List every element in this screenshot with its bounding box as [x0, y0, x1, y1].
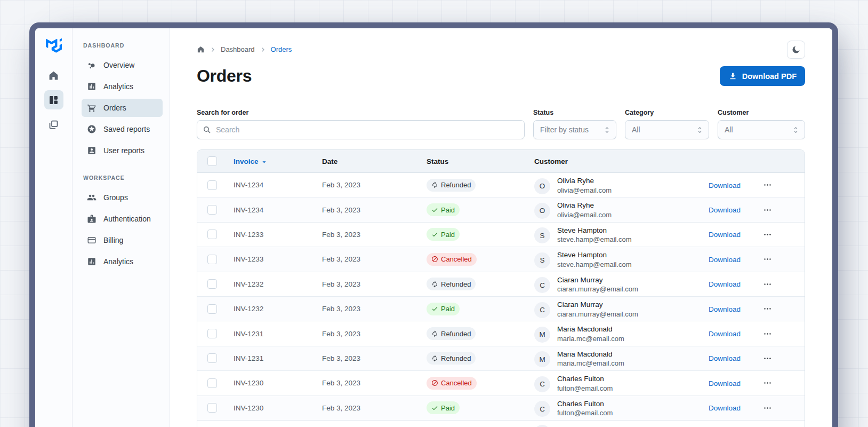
row-checkbox[interactable] [207, 180, 217, 190]
customer-cell: OOlivia Ryheolivia@email.com [526, 176, 702, 195]
download-pdf-button[interactable]: Download PDF [720, 66, 805, 86]
topbar: DashboardOrders [197, 41, 805, 59]
bubble-chart-icon [87, 60, 97, 70]
table-row: INV-1232Feb 3, 2023PaidCCiaran Murraycia… [197, 297, 805, 321]
download-link[interactable]: Download [702, 330, 741, 338]
sidebar-item-analytics[interactable]: Analytics [82, 77, 163, 96]
date-cell: Feb 3, 2023 [316, 354, 420, 362]
dots-icon [763, 230, 772, 239]
row-checkbox[interactable] [207, 230, 217, 239]
download-link[interactable]: Download [702, 181, 741, 189]
row-menu-button[interactable] [756, 378, 772, 388]
sidebar-item-label: Analytics [103, 82, 133, 91]
download-link[interactable]: Download [702, 305, 741, 313]
column-header-status: Status [420, 157, 526, 165]
avatar: S [534, 252, 550, 268]
column-header-date: Date [316, 157, 420, 165]
rail-item-home[interactable] [44, 66, 63, 85]
status-chip: Refunded [427, 179, 476, 192]
date-cell: Feb 3, 2023 [316, 305, 420, 313]
row-checkbox[interactable] [207, 353, 217, 363]
filters-row: Search for order StatusFilter by statusC… [197, 109, 805, 139]
status-chip: Refunded [427, 278, 476, 290]
app-window: DASHBOARDOverviewAnalyticsOrdersSaved re… [29, 22, 838, 427]
status-chip: Refunded [427, 327, 476, 340]
sidebar-item-label: Overview [103, 61, 134, 69]
sidebar-item-saved-reports[interactable]: Saved reports [82, 120, 163, 138]
row-menu-button[interactable] [756, 255, 772, 264]
sidebar-section-label: WORKSPACE [82, 175, 163, 181]
sidebar: DASHBOARDOverviewAnalyticsOrdersSaved re… [73, 28, 170, 427]
select-value: All [632, 125, 640, 134]
customer-cell: CCharles Fultonfulton@email.com [526, 399, 702, 418]
row-checkbox[interactable] [207, 255, 217, 264]
status-chip: Cancelled [427, 377, 477, 390]
download-link[interactable]: Download [702, 404, 741, 412]
sidebar-item-orders[interactable]: Orders [82, 99, 163, 117]
row-menu-button[interactable] [756, 304, 772, 313]
download-link[interactable]: Download [702, 256, 741, 264]
customer-email: olivia@email.com [557, 186, 612, 195]
row-checkbox[interactable] [207, 205, 217, 215]
unfold-icon [792, 126, 800, 134]
row-checkbox[interactable] [207, 403, 217, 413]
sidebar-item-user-reports[interactable]: User reports [82, 141, 163, 160]
customer-cell [526, 424, 702, 427]
search-label: Search for order [197, 109, 525, 116]
customer-email: steve.hamp@email.com [557, 260, 632, 270]
select-value: All [725, 125, 733, 134]
rail-item-dashboard[interactable] [44, 90, 63, 109]
search-input[interactable] [197, 120, 525, 139]
sidebar-item-authentication[interactable]: Authentication [82, 210, 163, 228]
download-link[interactable]: Download [702, 379, 741, 388]
status-select[interactable]: Filter by status [533, 120, 616, 139]
download-link[interactable]: Download [702, 280, 741, 288]
row-menu-button[interactable] [756, 329, 772, 338]
scrollbar-grip[interactable] [835, 34, 837, 43]
sidebar-item-groups[interactable]: Groups [82, 188, 163, 207]
customer-cell: CCharles Fultonfulton@email.com [526, 374, 702, 393]
customer-name: Steve Hampton [557, 226, 632, 235]
customer-name: Maria Macdonald [557, 350, 624, 359]
category-select[interactable]: All [625, 120, 709, 139]
sidebar-item-billing[interactable]: Billing [82, 231, 163, 249]
cart-icon [87, 103, 97, 113]
date-cell: Feb 3, 2023 [316, 404, 420, 412]
download-link[interactable]: Download [702, 206, 741, 214]
date-cell: Feb 3, 2023 [316, 330, 420, 338]
avatar: C [534, 302, 550, 318]
theme-toggle-button[interactable] [787, 41, 805, 59]
row-menu-button[interactable] [756, 205, 772, 215]
row-menu-button[interactable] [756, 180, 772, 189]
customer-name: Charles Fulton [557, 374, 613, 384]
customer-cell: MMaria Macdonaldmaria.mc@email.com [526, 350, 702, 368]
row-checkbox[interactable] [207, 378, 217, 388]
filter-label: Status [533, 109, 616, 116]
sidebar-item-overview[interactable]: Overview [82, 56, 163, 74]
dots-icon [763, 255, 772, 264]
customer-email: maria.mc@email.com [557, 334, 624, 344]
status-cell: Refunded [420, 327, 526, 340]
row-menu-button[interactable] [756, 230, 772, 239]
status-chip: Paid [427, 401, 460, 414]
row-menu-button[interactable] [756, 404, 772, 413]
customer-email: olivia@email.com [557, 210, 612, 220]
breadcrumb-item[interactable]: Dashboard [221, 45, 255, 53]
row-menu-button[interactable] [756, 280, 772, 289]
row-checkbox[interactable] [207, 279, 217, 289]
select-all-checkbox[interactable] [207, 156, 217, 166]
sidebar-item-label: Authentication [103, 215, 151, 223]
home-small-icon[interactable] [197, 45, 205, 53]
page-title: Orders [197, 66, 252, 86]
customer-select[interactable]: All [718, 120, 805, 139]
download-link[interactable]: Download [702, 231, 741, 239]
sidebar-item-analytics[interactable]: Analytics [82, 252, 163, 271]
row-menu-button[interactable] [756, 354, 772, 363]
row-checkbox[interactable] [207, 329, 217, 338]
row-checkbox[interactable] [207, 304, 217, 314]
download-link[interactable]: Download [702, 354, 741, 362]
status-cell: Paid [420, 303, 526, 315]
breadcrumb-item[interactable]: Orders [271, 45, 292, 53]
rail-item-stack[interactable] [44, 115, 63, 134]
column-header-invoice[interactable]: Invoice [227, 157, 316, 166]
